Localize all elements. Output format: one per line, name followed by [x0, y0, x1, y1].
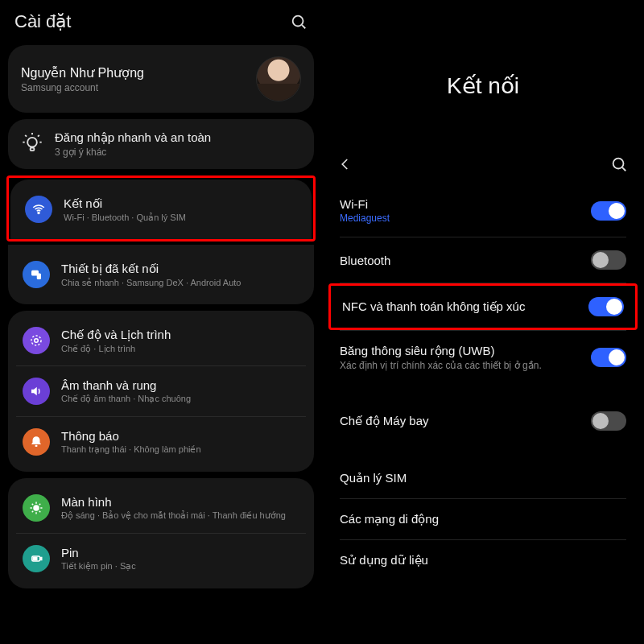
connections-toolbar	[322, 147, 644, 184]
connections-screen: Kết nối Wi-Fi Mediaguest Bluetooth NFC v…	[322, 0, 644, 644]
svg-rect-25	[40, 558, 42, 560]
row-sub: Wi-Fi · Bluetooth · Quản lý SIM	[64, 213, 186, 223]
svg-rect-11	[37, 274, 41, 280]
highlight-connections: Kết nối Wi-Fi · Bluetooth · Quản lý SIM	[6, 175, 316, 242]
row-title: NFC và thanh toán không tiếp xúc	[342, 299, 525, 314]
row-title: Chế độ Máy bay	[340, 414, 429, 428]
svg-line-23	[39, 504, 41, 506]
row-wifi[interactable]: Wi-Fi Mediaguest	[324, 184, 642, 237]
svg-point-15	[34, 506, 39, 510]
lightbulb-icon	[21, 133, 43, 155]
airplane-toggle[interactable]	[591, 411, 626, 431]
svg-point-27	[613, 159, 624, 169]
row-connected-devices[interactable]: Thiết bị đã kết nối Chia sẻ nhanh · Sams…	[16, 250, 306, 299]
svg-point-2	[27, 138, 37, 147]
row-sub: Chế độ · Lịch trình	[61, 344, 171, 354]
quick-sub: 3 gợi ý khác	[55, 147, 211, 158]
row-sim[interactable]: Quản lý SIM	[324, 458, 642, 498]
row-title: Băng thông siêu rộng (UWB)	[340, 344, 542, 358]
row-title: Bluetooth	[340, 254, 390, 267]
svg-line-1	[302, 25, 305, 28]
account-name: Nguyễn Như Phượng	[21, 65, 144, 80]
row-notifications[interactable]: Thông báo Thanh trạng thái · Không làm p…	[16, 416, 306, 467]
modes-icon	[23, 327, 50, 354]
row-sub: Chia sẻ nhanh · Samsung DeX · Android Au…	[61, 278, 241, 288]
brightness-icon	[23, 494, 50, 522]
svg-line-28	[622, 167, 625, 171]
settings-screen: Cài đặt Nguyễn Như Phượng Samsung accoun…	[0, 0, 322, 644]
page-title: Cài đặt	[14, 11, 71, 32]
row-title: Chế độ và Lịch trình	[61, 328, 171, 342]
page-title: Kết nối	[322, 72, 644, 99]
row-sub: Chế độ âm thanh · Nhạc chuông	[61, 394, 191, 404]
search-icon[interactable]	[290, 13, 308, 31]
search-icon[interactable]	[610, 155, 628, 173]
bluetooth-toggle[interactable]	[591, 250, 626, 270]
back-icon[interactable]	[338, 157, 353, 171]
svg-line-7	[38, 135, 39, 137]
sound-icon	[23, 378, 50, 405]
svg-point-12	[35, 339, 39, 343]
row-sub: Thanh trạng thái · Không làm phiền	[61, 444, 201, 455]
svg-point-13	[31, 336, 41, 345]
connections-list: Wi-Fi Mediaguest Bluetooth NFC và thanh …	[322, 184, 644, 580]
avatar[interactable]	[256, 56, 301, 101]
quick-login-card[interactable]: Đăng nhập nhanh và an toàn 3 gợi ý khác	[8, 119, 314, 169]
uwb-toggle[interactable]	[591, 348, 626, 367]
quick-title: Đăng nhập nhanh và an toàn	[55, 130, 211, 145]
row-data-usage[interactable]: Sử dụng dữ liệu	[324, 540, 642, 580]
row-title: Wi-Fi	[340, 197, 390, 211]
row-display[interactable]: Màn hình Độ sáng · Bảo vệ cho mắt thoải …	[16, 483, 306, 533]
row-title: Pin	[61, 546, 136, 559]
row-sub: Xác định vị trí chính xác của các thiết …	[340, 360, 542, 371]
devices-icon	[23, 261, 50, 288]
row-nfc[interactable]: NFC và thanh toán không tiếp xúc	[331, 286, 635, 328]
row-bluetooth[interactable]: Bluetooth	[324, 237, 642, 283]
row-title: Kết nối	[64, 196, 186, 211]
row-title: Quản lý SIM	[340, 471, 407, 485]
row-title: Sử dụng dữ liệu	[340, 553, 428, 568]
row-airplane[interactable]: Chế độ Máy bay	[324, 398, 642, 444]
row-sub: Mediaguest	[340, 213, 390, 224]
row-title: Các mạng di động	[340, 512, 439, 526]
svg-point-9	[38, 213, 39, 214]
bell-icon	[23, 428, 50, 456]
nfc-toggle[interactable]	[588, 297, 624, 316]
svg-line-22	[32, 511, 34, 513]
row-modes[interactable]: Chế độ và Lịch trình Chế độ · Lịch trình	[16, 316, 306, 365]
row-title: Thiết bị đã kết nối	[61, 262, 241, 276]
svg-line-21	[39, 511, 41, 513]
row-uwb[interactable]: Băng thông siêu rộng (UWB) Xác định vị t…	[324, 331, 642, 384]
row-title: Màn hình	[61, 495, 286, 509]
settings-header: Cài đặt	[0, 0, 322, 39]
row-sub: Tiết kiệm pin · Sạc	[61, 561, 136, 572]
row-mobile-networks[interactable]: Các mạng di động	[324, 499, 642, 539]
svg-rect-8	[31, 148, 35, 151]
row-connections[interactable]: Kết nối Wi-Fi · Bluetooth · Quản lý SIM	[19, 184, 303, 234]
account-card[interactable]: Nguyễn Như Phượng Samsung account	[8, 45, 314, 113]
account-sub: Samsung account	[21, 82, 144, 93]
wifi-icon	[25, 196, 52, 223]
row-sound[interactable]: Âm thanh và rung Chế độ âm thanh · Nhạc …	[16, 365, 306, 416]
row-sub: Độ sáng · Bảo vệ cho mắt thoải mái · Tha…	[61, 510, 286, 521]
svg-line-20	[32, 504, 34, 506]
svg-point-0	[293, 16, 303, 27]
svg-rect-26	[33, 558, 37, 560]
row-title: Âm thanh và rung	[61, 378, 191, 392]
wifi-toggle[interactable]	[591, 201, 626, 221]
battery-icon	[23, 545, 50, 572]
svg-rect-14	[35, 445, 38, 447]
row-battery[interactable]: Pin Tiết kiệm pin · Sạc	[16, 533, 306, 584]
highlight-nfc: NFC và thanh toán không tiếp xúc	[328, 283, 638, 330]
row-title: Thông báo	[61, 429, 201, 443]
svg-line-6	[25, 135, 27, 137]
connections-hero: Kết nối	[322, 0, 644, 147]
